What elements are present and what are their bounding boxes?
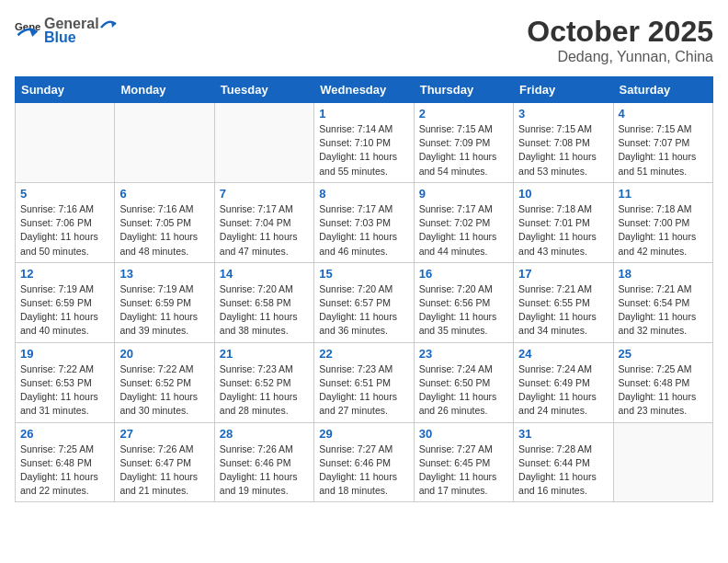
weekday-header: Friday — [514, 77, 613, 103]
day-number: 11 — [619, 187, 708, 201]
day-info: Sunrise: 7:22 AMSunset: 6:53 PMDaylight:… — [20, 362, 109, 419]
day-number: 14 — [220, 267, 309, 281]
day-number: 10 — [518, 187, 608, 201]
day-number: 21 — [220, 347, 309, 361]
calendar-cell — [613, 422, 712, 502]
calendar-cell: 22Sunrise: 7:23 AMSunset: 6:51 PMDayligh… — [314, 342, 414, 422]
day-info: Sunrise: 7:23 AMSunset: 6:52 PMDaylight:… — [220, 362, 309, 419]
calendar-cell — [214, 103, 313, 183]
calendar-cell: 18Sunrise: 7:21 AMSunset: 6:54 PMDayligh… — [613, 262, 712, 342]
day-info: Sunrise: 7:27 AMSunset: 6:45 PMDaylight:… — [419, 442, 508, 499]
calendar-cell: 7Sunrise: 7:17 AMSunset: 7:04 PMDaylight… — [214, 182, 313, 262]
calendar-cell: 5Sunrise: 7:16 AMSunset: 7:06 PMDaylight… — [16, 182, 115, 262]
day-number: 30 — [419, 427, 508, 441]
day-number: 7 — [220, 187, 309, 201]
weekday-header: Wednesday — [314, 77, 414, 103]
day-info: Sunrise: 7:19 AMSunset: 6:59 PMDaylight:… — [20, 282, 109, 339]
calendar-cell — [16, 103, 115, 183]
calendar-cell: 28Sunrise: 7:26 AMSunset: 6:46 PMDayligh… — [214, 422, 313, 502]
calendar-subtitle: Dedang, Yunnan, China — [527, 49, 713, 65]
calendar-cell: 19Sunrise: 7:22 AMSunset: 6:53 PMDayligh… — [16, 342, 115, 422]
day-info: Sunrise: 7:17 AMSunset: 7:04 PMDaylight:… — [220, 202, 309, 259]
day-number: 13 — [119, 267, 209, 281]
calendar-table: SundayMondayTuesdayWednesdayThursdayFrid… — [15, 76, 713, 502]
day-number: 12 — [20, 267, 109, 281]
week-row: 19Sunrise: 7:22 AMSunset: 6:53 PMDayligh… — [16, 342, 713, 422]
day-info: Sunrise: 7:18 AMSunset: 7:00 PMDaylight:… — [619, 202, 708, 259]
day-number: 2 — [419, 107, 508, 121]
day-number: 5 — [20, 187, 109, 201]
week-row: 5Sunrise: 7:16 AMSunset: 7:06 PMDaylight… — [16, 182, 713, 262]
day-number: 3 — [518, 107, 608, 121]
weekday-header: Monday — [115, 77, 214, 103]
calendar-cell: 3Sunrise: 7:15 AMSunset: 7:08 PMDaylight… — [514, 103, 613, 183]
calendar-cell: 4Sunrise: 7:15 AMSunset: 7:07 PMDaylight… — [613, 103, 712, 183]
calendar-cell: 23Sunrise: 7:24 AMSunset: 6:50 PMDayligh… — [414, 342, 513, 422]
day-number: 18 — [619, 267, 708, 281]
week-row: 26Sunrise: 7:25 AMSunset: 6:48 PMDayligh… — [16, 422, 713, 502]
day-info: Sunrise: 7:22 AMSunset: 6:52 PMDaylight:… — [119, 362, 209, 419]
day-info: Sunrise: 7:17 AMSunset: 7:02 PMDaylight:… — [419, 202, 508, 259]
calendar-cell: 30Sunrise: 7:27 AMSunset: 6:45 PMDayligh… — [414, 422, 513, 502]
day-info: Sunrise: 7:26 AMSunset: 6:46 PMDaylight:… — [220, 442, 309, 499]
calendar-cell: 2Sunrise: 7:15 AMSunset: 7:09 PMDaylight… — [414, 103, 513, 183]
day-number: 20 — [119, 347, 209, 361]
day-info: Sunrise: 7:15 AMSunset: 7:09 PMDaylight:… — [419, 122, 508, 178]
day-info: Sunrise: 7:14 AMSunset: 7:10 PMDaylight:… — [319, 122, 408, 178]
calendar-cell: 24Sunrise: 7:24 AMSunset: 6:49 PMDayligh… — [514, 342, 613, 422]
calendar-title: October 2025 — [527, 15, 713, 49]
calendar-cell: 6Sunrise: 7:16 AMSunset: 7:05 PMDaylight… — [115, 182, 214, 262]
day-number: 1 — [319, 107, 408, 121]
calendar-cell: 12Sunrise: 7:19 AMSunset: 6:59 PMDayligh… — [16, 262, 115, 342]
day-info: Sunrise: 7:24 AMSunset: 6:49 PMDaylight:… — [518, 362, 608, 419]
day-info: Sunrise: 7:20 AMSunset: 6:58 PMDaylight:… — [220, 282, 309, 339]
logo-icon: General — [15, 17, 40, 43]
calendar-cell: 13Sunrise: 7:19 AMSunset: 6:59 PMDayligh… — [115, 262, 214, 342]
calendar-cell: 17Sunrise: 7:21 AMSunset: 6:55 PMDayligh… — [514, 262, 613, 342]
day-info: Sunrise: 7:18 AMSunset: 7:01 PMDaylight:… — [518, 202, 608, 259]
day-number: 15 — [319, 267, 408, 281]
day-number: 8 — [319, 187, 408, 201]
calendar-cell — [115, 103, 214, 183]
day-info: Sunrise: 7:27 AMSunset: 6:46 PMDaylight:… — [319, 442, 408, 499]
day-info: Sunrise: 7:23 AMSunset: 6:51 PMDaylight:… — [319, 362, 408, 419]
calendar-cell: 26Sunrise: 7:25 AMSunset: 6:48 PMDayligh… — [16, 422, 115, 502]
day-info: Sunrise: 7:17 AMSunset: 7:03 PMDaylight:… — [319, 202, 408, 259]
day-number: 26 — [20, 427, 109, 441]
day-info: Sunrise: 7:16 AMSunset: 7:06 PMDaylight:… — [20, 202, 109, 259]
calendar-cell: 29Sunrise: 7:27 AMSunset: 6:46 PMDayligh… — [314, 422, 414, 502]
calendar-cell: 27Sunrise: 7:26 AMSunset: 6:47 PMDayligh… — [115, 422, 214, 502]
day-info: Sunrise: 7:25 AMSunset: 6:48 PMDaylight:… — [20, 442, 109, 499]
day-info: Sunrise: 7:20 AMSunset: 6:56 PMDaylight:… — [419, 282, 508, 339]
day-info: Sunrise: 7:16 AMSunset: 7:05 PMDaylight:… — [119, 202, 209, 259]
day-number: 19 — [20, 347, 109, 361]
day-number: 27 — [119, 427, 209, 441]
day-number: 25 — [619, 347, 708, 361]
weekday-header: Tuesday — [214, 77, 313, 103]
calendar-cell: 14Sunrise: 7:20 AMSunset: 6:58 PMDayligh… — [214, 262, 313, 342]
day-number: 4 — [619, 107, 708, 121]
day-number: 22 — [319, 347, 408, 361]
day-number: 17 — [518, 267, 608, 281]
weekday-header: Sunday — [16, 77, 115, 103]
calendar-cell: 16Sunrise: 7:20 AMSunset: 6:56 PMDayligh… — [414, 262, 513, 342]
day-number: 31 — [518, 427, 608, 441]
day-info: Sunrise: 7:15 AMSunset: 7:08 PMDaylight:… — [518, 122, 608, 178]
day-info: Sunrise: 7:28 AMSunset: 6:44 PMDaylight:… — [518, 442, 608, 499]
day-info: Sunrise: 7:19 AMSunset: 6:59 PMDaylight:… — [119, 282, 209, 339]
title-block: October 2025 Dedang, Yunnan, China — [527, 15, 713, 65]
day-number: 9 — [419, 187, 508, 201]
calendar-cell: 15Sunrise: 7:20 AMSunset: 6:57 PMDayligh… — [314, 262, 414, 342]
day-info: Sunrise: 7:24 AMSunset: 6:50 PMDaylight:… — [419, 362, 508, 419]
calendar-cell: 11Sunrise: 7:18 AMSunset: 7:00 PMDayligh… — [613, 182, 712, 262]
weekday-header-row: SundayMondayTuesdayWednesdayThursdayFrid… — [16, 77, 713, 103]
calendar-cell: 8Sunrise: 7:17 AMSunset: 7:03 PMDaylight… — [314, 182, 414, 262]
calendar-cell: 10Sunrise: 7:18 AMSunset: 7:01 PMDayligh… — [514, 182, 613, 262]
day-info: Sunrise: 7:25 AMSunset: 6:48 PMDaylight:… — [619, 362, 708, 419]
logo-arrow-icon — [99, 15, 118, 33]
calendar-cell: 21Sunrise: 7:23 AMSunset: 6:52 PMDayligh… — [214, 342, 313, 422]
day-number: 28 — [220, 427, 309, 441]
day-info: Sunrise: 7:21 AMSunset: 6:55 PMDaylight:… — [518, 282, 608, 339]
day-info: Sunrise: 7:20 AMSunset: 6:57 PMDaylight:… — [319, 282, 408, 339]
calendar-cell: 20Sunrise: 7:22 AMSunset: 6:52 PMDayligh… — [115, 342, 214, 422]
